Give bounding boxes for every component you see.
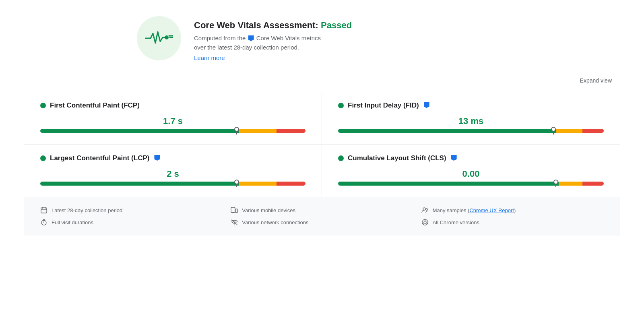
metric-panel-cls: Cumulative Layout Shift (CLS) 0.00	[322, 145, 620, 197]
users-icon	[421, 207, 429, 214]
metric-value-fcp: 1.7 s	[40, 116, 305, 126]
progress-track-cls	[338, 182, 604, 186]
footer-item-network: Various network connections	[231, 219, 413, 226]
status-dot-cls	[338, 155, 344, 161]
footer-item-devices: Various mobile devices	[231, 207, 413, 214]
bar-green-fid	[338, 129, 556, 133]
footer-item-samples: Many samples (Chrome UX Report)	[421, 207, 604, 214]
bar-orange-cls	[559, 182, 582, 186]
metric-panel-fid: First Input Delay (FID) 13 ms	[322, 92, 620, 145]
svg-point-15	[234, 225, 235, 225]
svg-line-20	[426, 223, 427, 224]
assessment-description: Computed from the Core Web Vitals metric…	[194, 34, 352, 52]
needle-fid	[553, 127, 554, 134]
svg-point-18	[424, 221, 426, 223]
header-section: Core Web Vitals Assessment: Passed Compu…	[24, 16, 620, 61]
needle-fcp	[236, 127, 237, 134]
assessment-title: Core Web Vitals Assessment: Passed	[194, 20, 352, 31]
wifi-icon	[231, 219, 238, 226]
needle-lcp	[236, 180, 237, 187]
expand-row: Expand view	[24, 77, 620, 84]
svg-line-21	[423, 223, 424, 224]
heartbeat-icon	[145, 30, 173, 46]
timer-icon	[40, 219, 47, 226]
metrics-grid: First Contentful Paint (FCP) 1.7 s First…	[24, 92, 620, 197]
devices-icon	[231, 207, 238, 214]
status-dot-fcp	[40, 103, 46, 108]
bar-red-lcp	[277, 182, 305, 186]
learn-more-link[interactable]: Learn more	[194, 54, 352, 61]
bar-orange-fid	[556, 129, 582, 133]
progress-track-fid	[338, 129, 604, 133]
lcp-flag-icon	[154, 155, 160, 161]
status-dot-lcp	[40, 155, 46, 161]
footer-section: Latest 28-day collection period Various …	[24, 197, 620, 236]
bar-green-cls	[338, 182, 559, 186]
bar-red-cls	[582, 182, 604, 186]
bar-orange-fcp	[239, 129, 276, 133]
svg-rect-8	[235, 209, 237, 213]
vitals-icon	[137, 16, 181, 60]
bar-orange-lcp	[239, 182, 276, 186]
progress-track-fcp	[40, 129, 305, 133]
footer-item-collection: Latest 28-day collection period	[40, 207, 223, 214]
expand-view-button[interactable]: Expand view	[580, 77, 612, 84]
metric-value-lcp: 2 s	[40, 169, 305, 179]
cls-flag-icon	[451, 155, 457, 161]
chrome-icon	[421, 219, 429, 226]
header-text: Core Web Vitals Assessment: Passed Compu…	[194, 16, 352, 61]
svg-point-11	[425, 209, 427, 210]
progress-bar-fid	[338, 129, 604, 133]
metric-title-fcp: First Contentful Paint (FCP)	[40, 101, 305, 110]
calendar-icon	[40, 207, 47, 214]
bar-red-fid	[582, 129, 604, 133]
bar-green-fcp	[40, 129, 239, 133]
svg-point-0	[165, 35, 169, 39]
progress-track-lcp	[40, 182, 305, 186]
bar-green-lcp	[40, 182, 239, 186]
footer-item-chrome: All Chrome versions	[421, 219, 604, 226]
svg-rect-3	[41, 208, 47, 213]
footer-item-durations: Full visit durations	[40, 219, 223, 226]
svg-rect-7	[231, 207, 235, 213]
progress-bar-lcp	[40, 182, 305, 186]
metric-title-cls: Cumulative Layout Shift (CLS)	[338, 154, 604, 162]
metric-panel-fcp: First Contentful Paint (FCP) 1.7 s	[24, 92, 322, 145]
needle-cls	[555, 180, 556, 187]
chrome-ux-report-link[interactable]: Chrome UX Report	[469, 207, 514, 213]
metric-title-fid: First Input Delay (FID)	[338, 101, 604, 110]
status-dot-fid	[338, 103, 344, 108]
metric-value-fid: 13 ms	[338, 116, 604, 126]
progress-bar-fcp	[40, 129, 305, 133]
bar-red-fcp	[277, 129, 305, 133]
fid-flag-icon	[424, 102, 429, 108]
progress-bar-cls	[338, 182, 604, 186]
metric-title-lcp: Largest Contentful Paint (LCP)	[40, 154, 305, 162]
metric-panel-lcp: Largest Contentful Paint (LCP) 2 s	[24, 145, 322, 197]
metric-value-cls: 0.00	[338, 169, 604, 179]
svg-point-10	[423, 208, 425, 210]
cwv-flag-icon	[248, 35, 254, 41]
